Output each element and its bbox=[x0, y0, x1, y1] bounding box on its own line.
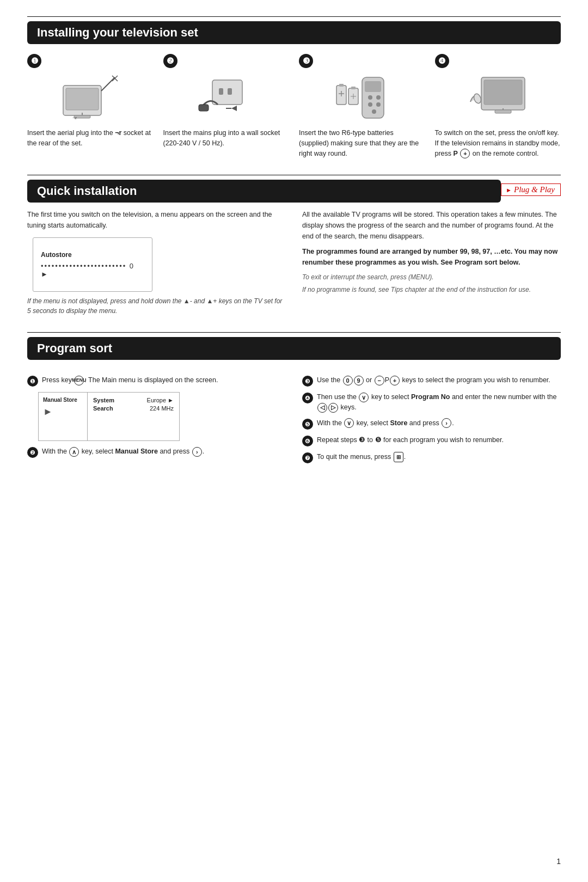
quick-section: Quick installation Plug & Play The first… bbox=[27, 175, 561, 316]
quick-left-text1: The first time you switch on the televis… bbox=[27, 209, 286, 231]
program-left: ❶ Press key MENU. The Main menu is displ… bbox=[27, 375, 286, 469]
svg-marker-12 bbox=[231, 106, 237, 111]
step-text-4: To switch on the set, press the on/off k… bbox=[435, 128, 561, 158]
prog-step-2: ❷ With the ∧ key, select Manual Store an… bbox=[27, 446, 286, 458]
prog-step-num-6: ❻ bbox=[302, 436, 313, 446]
step-text-3: Insert the two R6-type batteries (suppli… bbox=[299, 128, 425, 158]
prog-step-7: ❼ To quit the menus, press ⊞. bbox=[302, 452, 561, 463]
prog-step-num-4: ❹ bbox=[302, 393, 313, 403]
svg-text:¬r: ¬r bbox=[72, 115, 77, 120]
plug-play-badge: Plug & Play bbox=[501, 183, 561, 196]
quick-divider bbox=[27, 175, 561, 175]
step-img-1: ¬r bbox=[27, 72, 154, 124]
menu-system-label: System bbox=[93, 397, 114, 403]
quick-header: Quick installation bbox=[27, 180, 501, 203]
quick-right-italic2: If no programme is found, see Tips chapt… bbox=[302, 285, 561, 295]
autostore-label: Autostore bbox=[41, 251, 144, 259]
quick-right: All the available TV programs will be st… bbox=[302, 209, 561, 316]
menu-mhz-val: 224 MHz bbox=[150, 405, 174, 412]
prog-step-text-5: With the ∨ key, select Store and press ›… bbox=[317, 418, 454, 428]
step-img-3 bbox=[299, 72, 425, 124]
svg-rect-26 bbox=[351, 87, 356, 89]
prog-step-1: ❶ Press key MENU. The Main menu is displ… bbox=[27, 375, 286, 387]
menu-row-search: Search 224 MHz bbox=[93, 405, 174, 412]
program-right: ❸ Use the 09 or −P+ keys to select the p… bbox=[302, 375, 561, 469]
step-text-1: Insert the aerial plug into the ¬r socke… bbox=[27, 128, 154, 149]
install-step-1: ❶ ¬r Insert the aerial bbox=[27, 54, 154, 158]
step-num-1: ❶ bbox=[27, 54, 41, 68]
menu-search-label: Search bbox=[93, 405, 113, 412]
prog-step-6: ❻ Repeat steps ❸ to ❺ for each program y… bbox=[302, 435, 561, 446]
prog-step-num-3: ❸ bbox=[302, 376, 313, 387]
svg-rect-1 bbox=[66, 88, 99, 110]
install-step-3: ❸ bbox=[299, 54, 425, 158]
autostore-screen: Autostore •••••••••••••••••••••••• 0 ► bbox=[33, 237, 152, 292]
svg-rect-10 bbox=[228, 88, 232, 95]
program-header: Program sort bbox=[27, 337, 561, 360]
prog-step-text-7: To quit the menus, press ⊞. bbox=[317, 452, 406, 462]
svg-point-33 bbox=[473, 93, 482, 104]
svg-point-19 bbox=[376, 102, 381, 107]
prog-step-text-1: Press key MENU. The Main menu is display… bbox=[42, 375, 218, 385]
svg-rect-11 bbox=[199, 105, 209, 111]
menu-screen: Manual Store ► System Europe ► Search 22… bbox=[38, 392, 180, 441]
svg-rect-31 bbox=[495, 110, 511, 113]
prog-step-text-4: Then use the ∨ key to select Program No … bbox=[317, 392, 561, 413]
prog-step-num-2: ❷ bbox=[27, 447, 38, 458]
install-step-2: ❷ Insert the mains pl bbox=[163, 54, 290, 158]
quick-right-italic1: To exit or interrupt the search, press (… bbox=[302, 272, 561, 283]
autostore-content: Autostore •••••••••••••••••••••••• 0 ► bbox=[33, 247, 152, 283]
quick-right-text1: All the available TV programs will be st… bbox=[302, 209, 561, 242]
svg-rect-9 bbox=[219, 88, 223, 95]
svg-point-20 bbox=[372, 109, 376, 114]
prog-step-num-7: ❼ bbox=[302, 452, 313, 463]
step-text-2: Insert the mains plug into a wall socket… bbox=[163, 128, 290, 149]
program-divider bbox=[27, 332, 561, 333]
quick-right-bold1: The programmes found are arranged by num… bbox=[302, 246, 561, 268]
menu-row-system: System Europe ► bbox=[93, 397, 174, 403]
menu-manual-store-label: Manual Store bbox=[43, 397, 83, 403]
svg-point-18 bbox=[368, 102, 372, 107]
svg-rect-15 bbox=[365, 81, 381, 92]
prog-step-num-5: ❺ bbox=[302, 419, 313, 430]
svg-rect-8 bbox=[212, 80, 242, 105]
quick-inner: The first time you switch on the televis… bbox=[27, 209, 561, 316]
program-inner: ❶ Press key MENU. The Main menu is displ… bbox=[27, 375, 561, 469]
prog-step-5: ❺ With the ∨ key, select Store and press… bbox=[302, 418, 561, 430]
prog-step-3: ❸ Use the 09 or −P+ keys to select the p… bbox=[302, 375, 561, 387]
menu-left-panel: Manual Store ► bbox=[39, 393, 88, 440]
top-divider bbox=[27, 16, 561, 17]
step-num-2: ❷ bbox=[163, 54, 177, 68]
step-num-4: ❹ bbox=[435, 54, 449, 68]
install-steps: ❶ ¬r Insert the aerial bbox=[27, 54, 561, 158]
install-step-4: ❹ To switch on the set, press the on/off… bbox=[435, 54, 561, 158]
svg-point-17 bbox=[376, 95, 381, 100]
svg-line-4 bbox=[101, 77, 115, 91]
menu-right-panel: System Europe ► Search 224 MHz bbox=[88, 393, 179, 440]
step-img-4 bbox=[435, 72, 561, 124]
svg-point-16 bbox=[368, 95, 372, 100]
program-section: Program sort ❶ Press key MENU. The Main … bbox=[27, 332, 561, 469]
page-number: 1 bbox=[556, 857, 561, 866]
step-num-3: ❸ bbox=[299, 54, 313, 68]
prog-step-text-2: With the ∧ key, select Manual Store and … bbox=[42, 446, 204, 457]
svg-rect-22 bbox=[339, 84, 344, 87]
menu-europe-val: Europe ► bbox=[147, 397, 174, 403]
prog-step-text-6: Repeat steps ❸ to ❺ for each program you… bbox=[317, 435, 504, 445]
autostore-dots: •••••••••••••••••••••••• 0 ► bbox=[41, 262, 144, 278]
install-header: Installing your television set bbox=[27, 21, 561, 44]
svg-rect-30 bbox=[484, 80, 522, 105]
prog-step-num-1: ❶ bbox=[27, 376, 38, 387]
prog-step-text-3: Use the 09 or −P+ keys to select the pro… bbox=[317, 375, 550, 385]
step-img-2 bbox=[163, 72, 290, 124]
prog-step-4: ❹ Then use the ∨ key to select Program N… bbox=[302, 392, 561, 413]
quick-left: The first time you switch on the televis… bbox=[27, 209, 286, 316]
quick-italic-note: If the menu is not displayed, press and … bbox=[27, 296, 286, 316]
install-section: Installing your television set ❶ bbox=[27, 16, 561, 158]
